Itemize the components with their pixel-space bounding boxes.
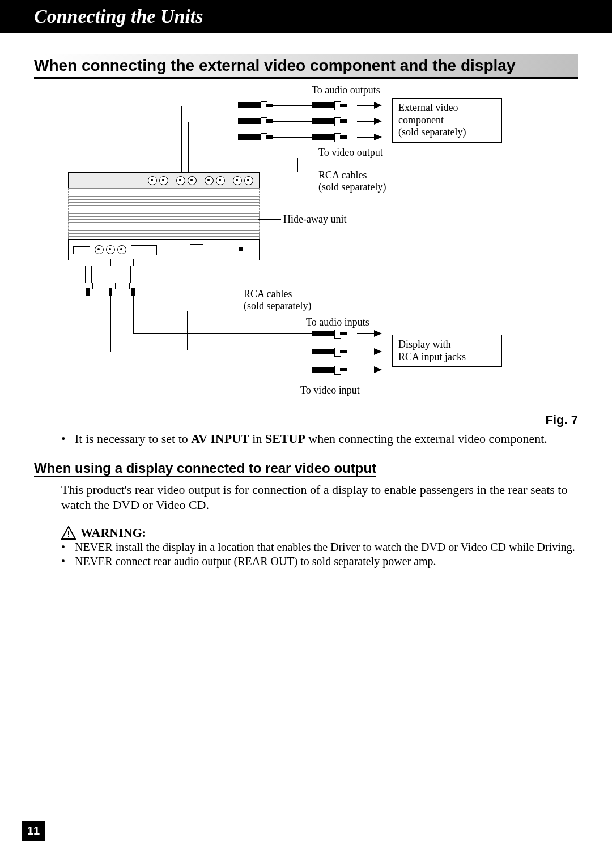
note-text: It is necessary to set to — [75, 431, 191, 446]
section-heading-2: When using a display connected to rear v… — [34, 460, 376, 477]
rca-plug-icon — [238, 133, 273, 141]
label-text: RCA cables — [244, 288, 292, 300]
label-hide-away-unit: Hide-away unit — [283, 213, 346, 225]
label-rca-cables-upper: RCA cables (sold separately) — [318, 169, 386, 193]
note-bullet: • It is necessary to set to AV INPUT in … — [61, 431, 578, 447]
svg-rect-2 — [68, 536, 69, 537]
box-line: External video — [398, 102, 458, 113]
figure-caption: Fig. 7 — [34, 413, 578, 427]
page-number: 11 — [22, 821, 45, 841]
warning-heading: WARNING: — [61, 525, 578, 540]
section-heading-1: When connecting the external video compo… — [34, 54, 578, 79]
box-line: (sold separately) — [398, 126, 466, 138]
wiring-diagram: To audio outputs To video output Externa… — [57, 84, 521, 407]
note-bold: SETUP — [265, 431, 305, 446]
rca-plug-icon — [238, 101, 273, 109]
label-to-audio-outputs: To audio outputs — [312, 84, 380, 96]
chapter-banner: Connecting the Units — [0, 0, 612, 33]
label-text: (sold separately) — [318, 181, 386, 193]
label-to-video-input: To video input — [300, 384, 360, 396]
rca-plug-icon — [312, 117, 347, 125]
device-front-panel — [68, 239, 260, 260]
label-rca-cables-lower: RCA cables (sold separately) — [244, 288, 311, 312]
warning-triangle-icon — [61, 526, 76, 540]
rca-plug-icon — [312, 348, 347, 356]
warning-text: NEVER install the display in a location … — [75, 540, 575, 554]
svg-rect-1 — [68, 531, 69, 535]
warning-label: WARNING: — [80, 525, 146, 540]
box-line: component — [398, 114, 444, 126]
section-2-body: This product's rear video output is for … — [61, 482, 578, 513]
rca-plug-icon — [312, 101, 347, 109]
bullet-dot: • — [61, 554, 75, 568]
bullet-dot: • — [61, 540, 75, 554]
warning-text: NEVER connect rear audio output (REAR OU… — [75, 554, 436, 568]
rca-plug-icon — [84, 266, 92, 296]
rca-plug-icon — [312, 366, 347, 374]
label-text: (sold separately) — [244, 300, 311, 311]
box-display: Display with RCA input jacks — [392, 335, 502, 367]
label-to-audio-inputs: To audio inputs — [306, 317, 369, 328]
note-text: when connecting the external video com­p… — [305, 431, 547, 446]
rca-plug-icon — [238, 117, 273, 125]
box-external-video-component: External video component (sold separatel… — [392, 98, 502, 143]
bullet-dot: • — [61, 431, 75, 447]
rca-plug-icon — [312, 133, 347, 141]
rca-plug-icon — [107, 266, 114, 296]
warning-bullet-2: • NEVER connect rear audio output (REAR … — [61, 554, 578, 568]
label-to-video-output: To video output — [318, 147, 383, 159]
note-bold: AV INPUT — [191, 431, 249, 446]
box-line: Display with — [398, 339, 451, 350]
device-top-panel — [68, 172, 260, 189]
box-line: RCA input jacks — [398, 351, 466, 362]
note-text: in — [249, 431, 265, 446]
warning-bullet-1: • NEVER install the display in a locatio… — [61, 540, 578, 554]
rca-plug-icon — [312, 330, 347, 337]
rca-plug-icon — [129, 266, 137, 296]
label-text: RCA cables — [318, 169, 367, 181]
